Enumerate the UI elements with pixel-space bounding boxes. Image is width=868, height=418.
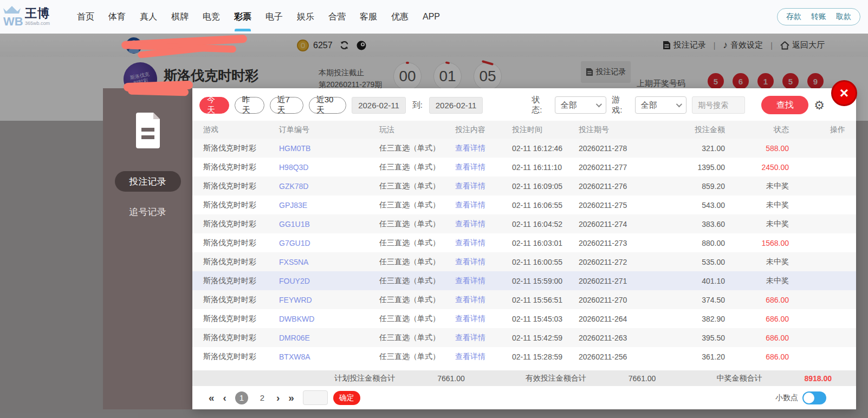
order-number-link[interactable]: DMR06E bbox=[279, 334, 379, 342]
nav-item-娱乐[interactable]: 娱乐 bbox=[296, 2, 315, 32]
cell-play-type: 任三直选（单式） bbox=[379, 257, 455, 267]
column-header-状态: 状态 bbox=[725, 125, 789, 135]
page-1[interactable]: 1 bbox=[235, 391, 248, 404]
view-details-link[interactable]: 查看详情 bbox=[455, 238, 512, 248]
find-button[interactable]: 查找 bbox=[761, 96, 808, 114]
wallet-存款[interactable]: 存款 bbox=[786, 12, 801, 22]
sidebar-item-投注记录[interactable]: 投注记录 bbox=[115, 171, 181, 192]
table-row: 斯洛伐克时时彩H98Q3D任三直选（单式）查看详情02-11 16:11:102… bbox=[192, 158, 856, 177]
brand-logo[interactable]: WB 王博 365wb.com bbox=[1, 5, 72, 29]
quick-filter-昨天[interactable]: 昨天 bbox=[235, 97, 264, 114]
order-number-link[interactable]: GPJ83E bbox=[279, 201, 379, 210]
sidebar-items: 投注记录追号记录 bbox=[103, 148, 192, 222]
totals-row: 计划投注金额合计 7661.00 有效投注金额合计 7661.00 中奖金额合计… bbox=[192, 370, 856, 386]
view-details-link[interactable]: 查看详情 bbox=[455, 314, 512, 324]
table-row: 斯洛伐克时时彩DMR06E任三直选（单式）查看详情02-11 15:42:592… bbox=[192, 328, 856, 347]
table-row: 斯洛伐克时时彩G7GU1D任三直选（单式）查看详情02-11 16:03:012… bbox=[192, 233, 856, 252]
cell-game: 斯洛伐克时时彩 bbox=[203, 143, 279, 153]
cell-status: 686.00 bbox=[725, 352, 789, 361]
table-row: 斯洛伐克时时彩GZK78D任三直选（单式）查看详情02-11 16:09:052… bbox=[192, 177, 856, 195]
date-to-input[interactable]: 2026-02-11 bbox=[429, 97, 483, 114]
cell-status: 未中奖 bbox=[725, 276, 789, 286]
nav-item-客服[interactable]: 客服 bbox=[359, 2, 378, 32]
sidebar-item-追号记录[interactable]: 追号记录 bbox=[115, 201, 181, 222]
date-from-input[interactable]: 2026-02-11 bbox=[352, 97, 405, 114]
cell-status: 1568.00 bbox=[725, 239, 789, 247]
wallet-pill: 存款转账取款 bbox=[777, 8, 860, 25]
cell-game: 斯洛伐克时时彩 bbox=[203, 162, 279, 172]
cell-play-type: 任三直选（单式） bbox=[379, 238, 455, 248]
cell-game: 斯洛伐克时时彩 bbox=[203, 181, 279, 191]
order-number-link[interactable]: BTXW8A bbox=[279, 352, 379, 361]
view-details-link[interactable]: 查看详情 bbox=[455, 162, 512, 172]
quick-filter-近7天[interactable]: 近7天 bbox=[270, 97, 303, 114]
cell-amount: 880.00 bbox=[660, 239, 725, 247]
page-jump-input[interactable] bbox=[303, 390, 328, 405]
nav-item-首页[interactable]: 首页 bbox=[76, 2, 95, 32]
order-number-link[interactable]: H98Q3D bbox=[279, 163, 379, 172]
period-search-input[interactable] bbox=[692, 96, 745, 114]
view-details-link[interactable]: 查看详情 bbox=[455, 276, 512, 286]
wallet-取款[interactable]: 取款 bbox=[836, 12, 851, 22]
cell-amount: 383.60 bbox=[660, 220, 725, 228]
page-2[interactable]: 2 bbox=[256, 391, 269, 404]
view-details-link[interactable]: 查看详情 bbox=[455, 181, 512, 191]
close-icon[interactable]: × bbox=[831, 80, 857, 106]
prev-page-button[interactable]: ‹ bbox=[223, 392, 226, 404]
cell-game: 斯洛伐克时时彩 bbox=[203, 200, 279, 210]
next-page-button[interactable]: › bbox=[276, 392, 280, 404]
quick-filter-今天[interactable]: 今天 bbox=[199, 97, 229, 114]
cell-status: 588.00 bbox=[725, 144, 789, 153]
cell-period: 20260211-264 bbox=[579, 315, 660, 323]
order-number-link[interactable]: GZK78D bbox=[279, 182, 379, 191]
nav-item-优惠[interactable]: 优惠 bbox=[390, 2, 410, 32]
view-details-link[interactable]: 查看详情 bbox=[455, 333, 512, 343]
order-number-link[interactable]: G7GU1D bbox=[279, 239, 379, 247]
cell-status: 686.00 bbox=[725, 296, 789, 304]
last-page-button[interactable]: » bbox=[288, 392, 294, 404]
chevron-down-icon bbox=[676, 101, 682, 107]
cell-amount: 543.00 bbox=[660, 201, 725, 210]
cell-period: 20260211-272 bbox=[579, 258, 660, 266]
cell-bet-time: 02-11 16:09:05 bbox=[512, 182, 579, 191]
quick-filter-近30天[interactable]: 近30天 bbox=[309, 97, 347, 114]
cell-period: 20260211-273 bbox=[579, 239, 660, 247]
nav-item-合营[interactable]: 合营 bbox=[327, 2, 347, 32]
order-number-link[interactable]: HGM0TB bbox=[279, 144, 379, 153]
nav-item-电竞[interactable]: 电竞 bbox=[202, 2, 221, 32]
decimal-toggle[interactable] bbox=[802, 391, 826, 404]
status-select[interactable]: 全部 bbox=[555, 96, 607, 114]
cell-play-type: 任三直选（单式） bbox=[379, 314, 455, 324]
wallet-转账[interactable]: 转账 bbox=[811, 12, 826, 22]
confirm-button[interactable]: 确定 bbox=[333, 391, 360, 405]
view-details-link[interactable]: 查看详情 bbox=[455, 295, 512, 305]
gear-icon[interactable]: ⚙ bbox=[814, 99, 825, 112]
order-number-link[interactable]: DWBKWD bbox=[279, 315, 379, 323]
order-number-link[interactable]: FXS5NA bbox=[279, 258, 379, 266]
order-number-link[interactable]: GG1U1B bbox=[279, 220, 379, 228]
column-header-玩法: 玩法 bbox=[379, 125, 455, 135]
planned-total-label: 计划投注金额合计 bbox=[334, 374, 395, 383]
nav-item-棋牌[interactable]: 棋牌 bbox=[170, 2, 190, 32]
view-details-link[interactable]: 查看详情 bbox=[455, 200, 512, 210]
nav-item-体育[interactable]: 体育 bbox=[107, 2, 127, 32]
nav-item-真人[interactable]: 真人 bbox=[139, 2, 158, 32]
valid-total-value: 7661.00 bbox=[629, 374, 656, 383]
game-select[interactable]: 全部 bbox=[635, 96, 687, 114]
planned-total-value: 7661.00 bbox=[437, 374, 465, 383]
game-label: 游戏: bbox=[612, 95, 629, 115]
first-page-button[interactable]: « bbox=[209, 392, 215, 404]
nav-item-彩票[interactable]: 彩票 bbox=[233, 2, 252, 32]
cell-game: 斯洛伐克时时彩 bbox=[203, 314, 279, 324]
table-row: 斯洛伐克时时彩DWBKWD任三直选（单式）查看详情02-11 15:45:032… bbox=[192, 309, 856, 328]
nav-item-APP[interactable]: APP bbox=[422, 2, 441, 31]
order-number-link[interactable]: FOUY2D bbox=[279, 277, 379, 285]
cell-bet-time: 02-11 16:06:55 bbox=[512, 201, 579, 210]
view-details-link[interactable]: 查看详情 bbox=[455, 219, 512, 229]
table-body: 斯洛伐克时时彩HGM0TB任三直选（单式）查看详情02-11 16:12:462… bbox=[192, 139, 856, 366]
view-details-link[interactable]: 查看详情 bbox=[455, 143, 512, 153]
view-details-link[interactable]: 查看详情 bbox=[455, 352, 512, 362]
order-number-link[interactable]: FEYWRD bbox=[279, 296, 379, 304]
nav-item-电子[interactable]: 电子 bbox=[264, 2, 284, 32]
view-details-link[interactable]: 查看详情 bbox=[455, 257, 512, 267]
